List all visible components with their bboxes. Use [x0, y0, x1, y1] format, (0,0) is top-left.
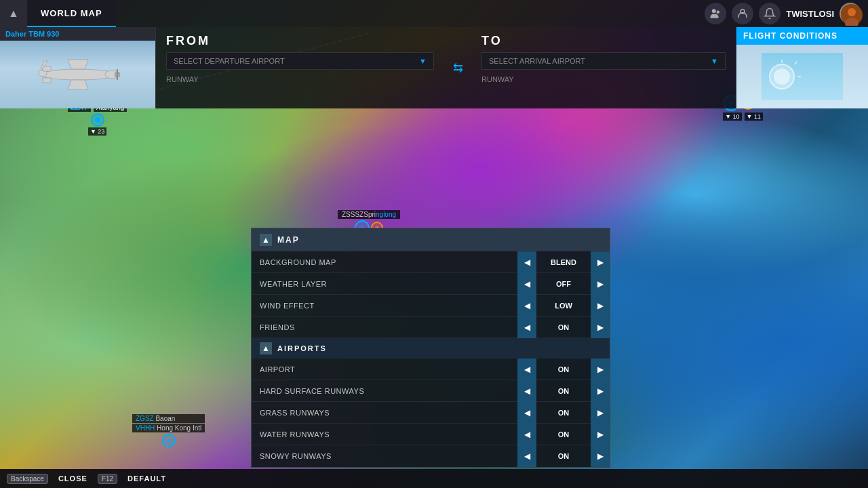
arrival-runway-label: RUNWAY — [481, 74, 726, 85]
arrival-airport-select[interactable]: SELECT ARRIVAL AIRPORT ▼ — [481, 52, 726, 70]
friends-prev-button[interactable]: ◀ — [517, 317, 536, 338]
default-action[interactable]: DEFAULT — [127, 474, 166, 483]
user-icon[interactable] — [732, 3, 753, 24]
nav-home-icon[interactable]: ▲ — [0, 0, 27, 27]
arrival-chevron-icon: ▼ — [711, 57, 718, 65]
water-runways-row: WATER RUNWAYS ◀ ON ▶ — [252, 424, 610, 445]
from-label: FROM — [166, 34, 434, 48]
swap-airports-button[interactable]: ⇆ — [444, 27, 471, 108]
svg-point-1 — [717, 11, 720, 14]
bell-icon[interactable] — [759, 3, 781, 24]
wind-effect-prev-button[interactable]: ◀ — [517, 295, 536, 317]
departure-runway-label: RUNWAY — [166, 74, 434, 85]
svg-marker-10 — [68, 80, 88, 89]
weather-layer-value: OFF — [536, 280, 591, 288]
world-map-label: WORLD MAP — [41, 8, 102, 18]
water-runways-prev-button[interactable]: ◀ — [517, 424, 536, 445]
airport-next-button[interactable]: ▶ — [591, 359, 610, 380]
svg-marker-12 — [43, 78, 51, 83]
group-icon[interactable] — [705, 3, 726, 24]
departure-placeholder: SELECT DEPARTURE AIRPORT — [174, 57, 285, 65]
from-section: FROM SELECT DEPARTURE AIRPORT ▼ RUNWAY — [156, 27, 444, 108]
flight-conditions-header[interactable]: FLIGHT CONDITIONS — [736, 27, 868, 45]
background-map-value: BLEND — [536, 258, 591, 266]
grass-runways-label: GRASS RUNWAYS — [252, 409, 517, 417]
flight-conditions-panel: FLIGHT CONDITIONS — [736, 27, 868, 108]
hard-surface-next-button[interactable]: ▶ — [591, 380, 610, 402]
wind-effect-row: WIND EFFECT ◀ LOW ▶ — [252, 295, 610, 317]
username-label: TWISTLOSI — [786, 9, 834, 19]
snowy-runways-row: SNOWY RUNWAYS ◀ ON ▶ — [252, 445, 610, 467]
departure-airport-select[interactable]: SELECT DEPARTURE AIRPORT ▼ — [166, 52, 434, 70]
wind-effect-value: LOW — [536, 302, 591, 310]
map-section-header[interactable]: ▲ MAP — [252, 228, 610, 251]
grass-runways-value: ON — [536, 409, 591, 417]
background-map-label: BACKGROUND MAP — [252, 258, 517, 266]
map-section-title: MAP — [277, 235, 300, 245]
wind-effect-next-button[interactable]: ▶ — [591, 295, 610, 317]
airport-row: AIRPORT ◀ ON ▶ — [252, 359, 610, 380]
background-map-next-button[interactable]: ▶ — [591, 251, 610, 273]
bottom-bar: Backspace CLOSE F12 DEFAULT — [0, 469, 868, 488]
grass-runways-row: GRASS RUNWAYS ◀ ON ▶ — [252, 402, 610, 424]
snowy-runways-value: ON — [536, 452, 591, 460]
svg-point-0 — [712, 9, 716, 13]
airports-collapse-button[interactable]: ▲ — [260, 342, 272, 354]
topbar: ▲ WORLD MAP TWISTLOSI — [0, 0, 868, 27]
weather-layer-row: WEATHER LAYER ◀ OFF ▶ — [252, 273, 610, 295]
airport-label: AIRPORT — [252, 365, 517, 373]
svg-marker-9 — [68, 60, 88, 69]
airports-section-title: AIRPORTS — [277, 344, 327, 352]
aircraft-image — [0, 41, 155, 108]
water-runways-label: WATER RUNWAYS — [252, 430, 517, 439]
snowy-runways-next-button[interactable]: ▶ — [591, 445, 610, 467]
wind-effect-label: WIND EFFECT — [252, 302, 517, 310]
friends-next-button[interactable]: ▶ — [591, 317, 610, 338]
arrival-placeholder: SELECT ARRIVAL AIRPORT — [489, 57, 585, 65]
water-runways-value: ON — [536, 430, 591, 439]
to-section: TO SELECT ARRIVAL AIRPORT ▼ RUNWAY — [471, 27, 736, 108]
close-action[interactable]: CLOSE — [58, 474, 87, 483]
friends-value: ON — [536, 323, 591, 331]
aircraft-silhouette — [24, 54, 132, 95]
aircraft-name: Daher TBM 930 — [0, 27, 155, 41]
flight-conditions-image — [736, 45, 868, 108]
snowy-runways-label: SNOWY RUNWAYS — [252, 452, 517, 460]
world-map-tab[interactable]: WORLD MAP — [27, 0, 116, 27]
svg-point-6 — [41, 69, 115, 80]
hard-surface-row: HARD SURFACE RUNWAYS ◀ ON ▶ — [252, 380, 610, 402]
avatar — [840, 3, 861, 24]
grass-runways-next-button[interactable]: ▶ — [591, 402, 610, 424]
to-label: TO — [481, 34, 502, 48]
airport-prev-button[interactable]: ◀ — [517, 359, 536, 380]
grass-runways-prev-button[interactable]: ◀ — [517, 402, 536, 424]
topbar-right: TWISTLOSI — [705, 3, 868, 24]
airport-value: ON — [536, 365, 591, 373]
hard-surface-label: HARD SURFACE RUNWAYS — [252, 387, 517, 395]
water-runways-next-button[interactable]: ▶ — [591, 424, 610, 445]
background-map-prev-button[interactable]: ◀ — [517, 251, 536, 273]
weather-preview-icon — [762, 53, 843, 100]
hard-surface-value: ON — [536, 387, 591, 395]
departure-chevron-icon: ▼ — [419, 57, 427, 65]
map-collapse-button[interactable]: ▲ — [260, 234, 272, 246]
aircraft-panel: Daher TBM 930 — [0, 27, 156, 108]
airports-section-header[interactable]: ▲ AIRPORTS — [252, 338, 610, 359]
flight-conditions-preview[interactable] — [736, 45, 868, 108]
snowy-runways-prev-button[interactable]: ◀ — [517, 445, 536, 467]
weather-layer-prev-button[interactable]: ◀ — [517, 273, 536, 295]
flight-header: Daher TBM 930 — [0, 27, 868, 108]
background-map-row: BACKGROUND MAP ◀ BLEND ▶ — [252, 251, 610, 273]
friends-row: FRIENDS ◀ ON ▶ — [252, 317, 610, 338]
weather-layer-next-button[interactable]: ▶ — [591, 273, 610, 295]
hard-surface-prev-button[interactable]: ◀ — [517, 380, 536, 402]
settings-panel: ▲ MAP BACKGROUND MAP ◀ BLEND ▶ WEATHER L… — [251, 228, 610, 468]
f12-key: F12 — [98, 474, 117, 484]
svg-point-4 — [848, 8, 856, 16]
friends-label: FRIENDS — [252, 323, 517, 331]
svg-point-18 — [774, 68, 790, 85]
weather-layer-label: WEATHER LAYER — [252, 280, 517, 288]
backspace-key: Backspace — [7, 474, 48, 484]
